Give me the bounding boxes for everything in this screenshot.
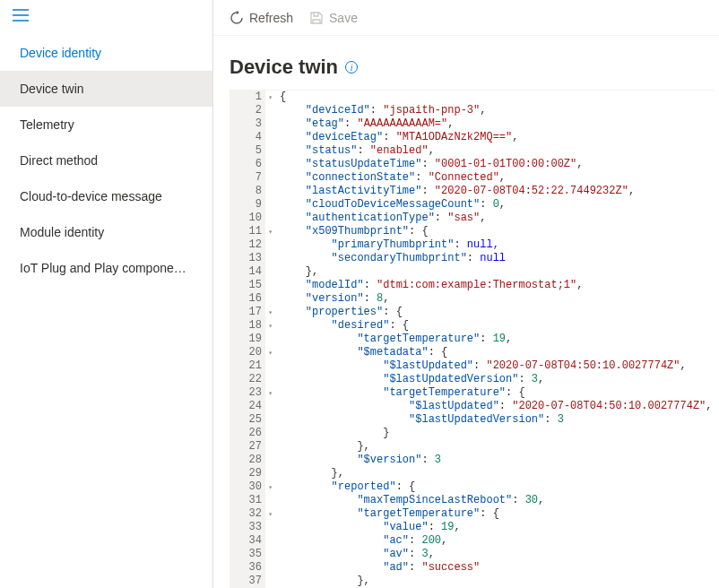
save-button: Save [309, 11, 358, 25]
refresh-icon [230, 11, 244, 25]
nav-item-telemetry[interactable]: Telemetry [0, 107, 212, 143]
nav-item-module-identity[interactable]: Module identity [0, 214, 212, 250]
app-root: Device identity Device twin Telemetry Di… [0, 0, 719, 588]
sidebar: Device identity Device twin Telemetry Di… [0, 0, 213, 588]
main: Refresh Save Device twin i 1234567891011… [213, 0, 719, 588]
refresh-button[interactable]: Refresh [230, 11, 293, 25]
nav-item-device-twin[interactable]: Device twin [0, 71, 212, 107]
hamburger-icon [13, 9, 29, 22]
page-title: Device twin [230, 56, 338, 79]
save-icon [309, 11, 324, 25]
page-header: Device twin i [213, 36, 719, 90]
info-icon[interactable]: i [345, 61, 358, 74]
line-number-gutter: 1234567891011121314151617181920212223242… [230, 91, 265, 588]
toolbar: Refresh Save [213, 0, 719, 36]
hamburger-button[interactable] [0, 0, 212, 30]
nav-item-iot-pnp-components[interactable]: IoT Plug and Play compone… [0, 250, 212, 286]
nav-item-direct-method[interactable]: Direct method [0, 143, 212, 178]
save-label: Save [329, 11, 358, 25]
sidebar-nav: Device identity Device twin Telemetry Di… [0, 35, 212, 286]
refresh-label: Refresh [249, 11, 293, 25]
code-editor[interactable]: 1234567891011121314151617181920212223242… [230, 90, 714, 588]
nav-item-device-identity[interactable]: Device identity [0, 35, 212, 71]
code-content[interactable]: { "deviceId": "jspaith-pnp-3", "etag": "… [265, 91, 714, 588]
nav-item-c2d-message[interactable]: Cloud-to-device message [0, 178, 212, 214]
